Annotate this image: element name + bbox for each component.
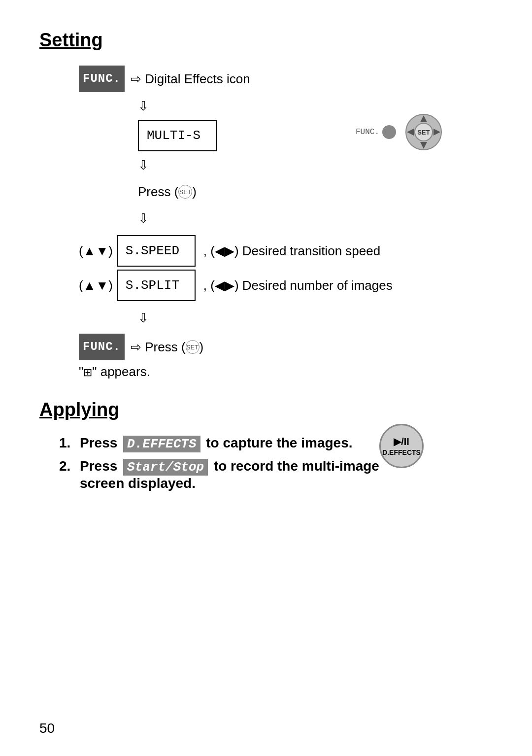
sspeed-row: (▲▼) S.SPEED , (◀▶) Desired transition s… [79, 235, 493, 267]
multis-menu: MULTI-S [138, 120, 217, 151]
svg-text:SET: SET [417, 129, 430, 136]
down-arrow-4: ⇩ [138, 304, 493, 332]
appears-text: " appears. [92, 364, 150, 379]
deffects-inner: ▶/II D.EFFECTS [382, 436, 421, 457]
arrow-down-2: ⇩ [138, 158, 149, 172]
list-item-1-text: Press D.EFFECTS to capture the images. [80, 435, 352, 452]
press-set-text: Press ( [138, 179, 178, 205]
applying-section: Applying ▶/II D.EFFECTS 1. Press D.EFFEC… [39, 399, 493, 491]
arrow-down-3: ⇩ [138, 211, 149, 226]
ud-arrows-1: (▲▼) [79, 238, 113, 264]
press-set-row: Press ( SET ) [138, 179, 493, 205]
ssplit-desc: , (◀▶) Desired number of images [203, 273, 393, 298]
digital-effects-label: ⇨ Digital Effects icon [131, 66, 250, 92]
list-item-2-text: Press Start/Stop to record the multi-ima… [80, 458, 379, 491]
grid-icon: ⊞ [83, 366, 92, 378]
top-right-icons: FUNC. SET [356, 112, 443, 152]
setting-section: Setting FUNC. SET [39, 30, 493, 379]
ssplit-row: (▲▼) S.SPLIT , (◀▶) Desired number of im… [79, 270, 493, 301]
sspeed-menu: S.SPEED [117, 235, 196, 267]
func-dot-icon [382, 125, 396, 139]
set-button-small-1: SET [178, 185, 192, 199]
startstop-badge: Start/Stop [123, 459, 208, 476]
arrow-down-4: ⇩ [138, 310, 149, 325]
applying-heading: Applying [39, 399, 493, 420]
appears-row: "⊞" appears. [79, 364, 493, 379]
appears-open-quote: " [79, 364, 83, 379]
deffects-badge: D.EFFECTS [123, 436, 200, 452]
func-circle-icon: FUNC. [356, 125, 396, 139]
press-set-close: ) [192, 179, 197, 205]
list-num-2: 2. [59, 458, 74, 474]
func2-close: ) [200, 334, 204, 360]
list-item-1: 1. Press D.EFFECTS to capture the images… [59, 435, 493, 452]
func-digital-row: FUNC. ⇨ Digital Effects icon [79, 66, 493, 92]
deffects-play-icon: ▶/II [382, 436, 421, 447]
list-num-1: 1. [59, 435, 74, 451]
down-arrow-2: ⇩ [138, 151, 493, 179]
func-press-set-row: FUNC. ⇨ Press ( SET ) [79, 334, 493, 360]
set-button-small-2: SET [186, 340, 200, 354]
setting-heading: Setting [39, 30, 493, 51]
func-small-label: FUNC. [356, 128, 379, 137]
ssplit-menu: S.SPLIT [117, 270, 196, 301]
sspeed-desc: , (◀▶) Desired transition speed [203, 238, 380, 264]
deffects-label: D.EFFECTS [382, 448, 421, 457]
setting-flow: FUNC. ⇨ Digital Effects icon ⇩ MULTI-S ⇩ [79, 66, 493, 360]
down-arrow-3: ⇩ [138, 205, 493, 232]
arrow-down-1: ⇩ [138, 99, 149, 113]
func-badge-1: FUNC. [79, 66, 125, 92]
deffects-button-icon: ▶/II D.EFFECTS [379, 424, 424, 468]
func2-press-text: ⇨ Press ( [131, 334, 186, 360]
applying-list: 1. Press D.EFFECTS to capture the images… [59, 435, 493, 491]
list-item-2: 2. Press Start/Stop to record the multi-… [59, 458, 493, 491]
set-dial-icon: SET [404, 112, 443, 152]
func-badge-2: FUNC. [79, 334, 125, 360]
page-number: 50 [39, 721, 55, 736]
ud-arrows-2: (▲▼) [79, 273, 113, 298]
